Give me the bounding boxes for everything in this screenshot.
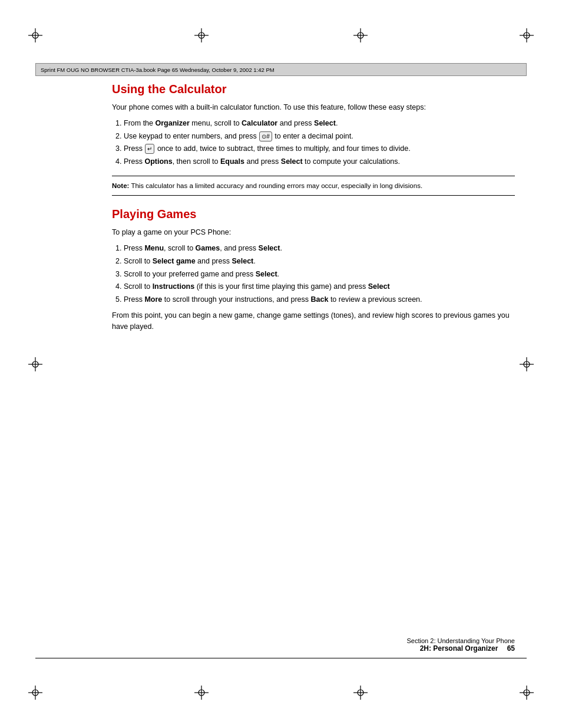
calculator-step-1: From the Organizer menu, scroll to Calcu…: [124, 118, 515, 129]
main-content: Using the Calculator Your phone comes wi…: [112, 83, 515, 645]
games-step4-text: Scroll to Instructions (if this is your …: [124, 282, 390, 291]
calculator-step-3: Press ↵ once to add, twice to subtract, …: [124, 143, 515, 154]
crosshair-tr-outer: [520, 28, 534, 42]
games-intro: To play a game on your PCS Phone:: [112, 227, 515, 238]
operator-key-icon: ↵: [145, 144, 154, 154]
calculator-intro: Your phone comes with a built-in calcula…: [112, 102, 515, 113]
calculator-section: Using the Calculator Your phone comes wi…: [112, 83, 515, 196]
crosshair-mr: [520, 357, 534, 371]
games-step2-text: Scroll to Select game and press Select.: [124, 257, 256, 265]
header-file-info: Sprint FM OUG NO BROWSER CTIA-3a.book Pa…: [41, 67, 275, 73]
footer: Section 2: Understanding Your Phone 2H: …: [112, 637, 515, 653]
bottom-rule-line: [35, 658, 527, 658]
calc-step1-text: From the Organizer menu, scroll to Calcu…: [124, 119, 338, 127]
footer-page-number: 65: [507, 644, 515, 653]
games-step3-text: Scroll to your preferred game and press …: [124, 270, 279, 278]
calculator-step-2: Use keypad to enter numbers, and press ⊙…: [124, 131, 515, 142]
games-step-2: Scroll to Select game and press Select.: [124, 256, 515, 267]
crosshair-br-outer: [520, 686, 534, 700]
games-step5-text: Press More to scroll through your instru…: [124, 295, 422, 304]
calc-step2-text: Use keypad to enter numbers, and press ⊙…: [124, 132, 353, 140]
calculator-step-4: Press Options, then scroll to Equals and…: [124, 156, 515, 167]
footer-section-line1: Section 2: Understanding Your Phone: [112, 637, 515, 644]
crosshair-ml: [28, 357, 42, 371]
crosshair-tl-outer: [28, 28, 42, 42]
crosshair-tml: [194, 28, 209, 42]
games-step-3: Scroll to your preferred game and press …: [124, 269, 515, 280]
decimal-key-icon: ⊙#: [259, 131, 272, 141]
footer-bottom: 2H: Personal Organizer 65: [112, 644, 515, 653]
header-bar: Sprint FM OUG NO BROWSER CTIA-3a.book Pa…: [35, 63, 527, 76]
footer-section-line2: 2H: Personal Organizer: [420, 644, 498, 653]
games-title: Playing Games: [112, 207, 515, 221]
calculator-steps: From the Organizer menu, scroll to Calcu…: [124, 118, 515, 167]
calc-step3-text: Press ↵ once to add, twice to subtract, …: [124, 144, 411, 153]
games-step-4: Scroll to Instructions (if this is your …: [124, 281, 515, 292]
games-step-1: Press Menu, scroll to Games, and press S…: [124, 243, 515, 254]
games-section: Playing Games To play a game on your PCS…: [112, 207, 515, 332]
crosshair-bl-outer: [28, 686, 42, 700]
crosshair-bmr: [353, 686, 368, 700]
calculator-title: Using the Calculator: [112, 83, 515, 96]
games-step-5: Press More to scroll through your instru…: [124, 294, 515, 305]
calculator-note: Note: This calculator has a limited accu…: [112, 176, 515, 196]
page: Sprint FM OUG NO BROWSER CTIA-3a.book Pa…: [0, 0, 562, 728]
crosshair-bml: [194, 686, 209, 700]
note-text: This calculator has a limited accuracy a…: [129, 182, 422, 189]
games-closing: From this point, you can begin a new gam…: [112, 310, 515, 332]
games-steps: Press Menu, scroll to Games, and press S…: [124, 243, 515, 305]
games-step1-text: Press Menu, scroll to Games, and press S…: [124, 244, 282, 252]
note-label: Note:: [112, 182, 129, 189]
calc-step4-text: Press Options, then scroll to Equals and…: [124, 157, 400, 166]
crosshair-tmr: [353, 28, 368, 42]
